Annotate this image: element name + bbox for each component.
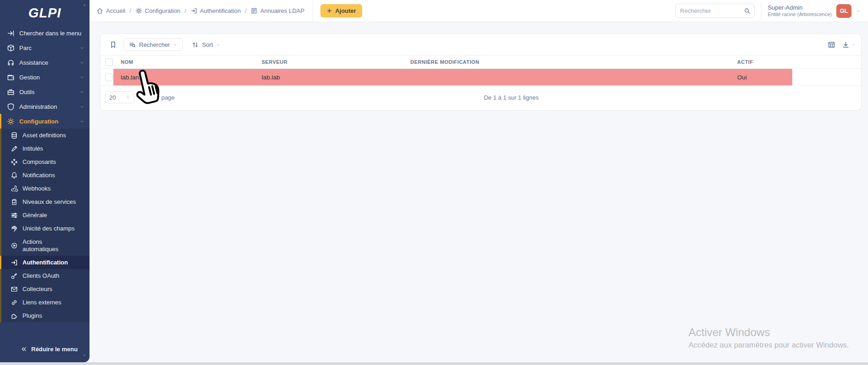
app-root: ▲ GLPI Chercher dans le menu Parc Assist…	[0, 0, 868, 362]
breadcrumb-item-annuaires-ldap[interactable]: Annuaires LDAP	[251, 7, 304, 14]
sidebar-item-niveaux-de-services[interactable]: Niveaux de services	[0, 195, 90, 208]
sub-item-label: Composants	[22, 158, 56, 166]
page-size-select[interactable]: 20	[105, 91, 134, 103]
search-icon[interactable]	[744, 7, 750, 14]
sub-item-label: Niveaux de services	[22, 198, 76, 206]
sidebar-item-notifications[interactable]: Notifications	[0, 168, 90, 182]
sidebar-item-webhooks[interactable]: Webhooks	[0, 182, 90, 195]
chevron-down-icon	[79, 75, 84, 80]
chevron-down-icon	[79, 90, 84, 95]
sidebar-item-generale[interactable]: Générale	[0, 208, 90, 222]
sidebar-item-unicite-des-champs[interactable]: Unicité des champs	[0, 222, 90, 235]
chevron-down-icon	[79, 104, 84, 109]
sub-item-label: Intitulés	[22, 145, 43, 152]
breadcrumb-item-accueil[interactable]: Accueil	[96, 7, 125, 14]
results-card: Rechercher Sort	[100, 34, 862, 111]
sidebar-item-label: Administration	[19, 103, 57, 110]
sidebar-item-label: Outils	[19, 89, 34, 95]
column-header-actif[interactable]: ACTIF	[737, 59, 861, 65]
user-menu[interactable]: Super-Admin Entité racine (Arborescence)…	[761, 3, 862, 19]
sidebar-item-configuration[interactable]: Configuration	[0, 114, 90, 129]
column-header-derniere-modification[interactable]: DERNIÈRE MODIFICATION	[410, 59, 737, 65]
table-header-row: NOM SERVEUR DERNIÈRE MODIFICATION ACTIF	[101, 55, 861, 69]
watermark-title: Activer Windows	[689, 326, 849, 339]
breadcrumb-label: Accueil	[106, 7, 125, 14]
sub-item-label: Webhooks	[22, 185, 50, 192]
sidebar-item-asset-definitions[interactable]: Asset definitions	[0, 129, 90, 142]
sidebar-item-administration[interactable]: Administration	[0, 99, 90, 114]
sidebar-item-plugins[interactable]: Plugins	[0, 309, 90, 322]
select-all-checkbox[interactable]	[105, 58, 113, 66]
add-button[interactable]: Ajouter	[320, 4, 362, 17]
sidebar-item-composants[interactable]: Composants	[0, 155, 90, 168]
arrows-sort-icon	[192, 41, 199, 48]
user-name: Super-Admin	[768, 4, 832, 11]
search-criteria-button[interactable]: Rechercher	[123, 38, 183, 51]
gear-icon	[7, 118, 15, 125]
breadcrumb-item-authentification[interactable]: Authentification	[190, 7, 241, 14]
topbar-divider	[313, 0, 313, 22]
sidebar-item-assistance[interactable]: Assistance	[0, 55, 90, 70]
search-criteria-label: Rechercher	[139, 41, 170, 48]
shield-icon	[7, 103, 15, 111]
breadcrumb-item-configuration[interactable]: Configuration	[135, 7, 180, 14]
sidebar-scroll-up-icon[interactable]: ▲	[83, 3, 86, 7]
sidebar-item-outils[interactable]: Outils	[0, 84, 90, 99]
sidebar-item-label: Parc	[19, 45, 32, 51]
windows-activation-watermark: Activer Windows Accédez aux paramètres p…	[689, 326, 849, 349]
sidebar-menu-search-label: Chercher dans le menu	[19, 30, 81, 37]
clipboard-icon	[11, 198, 18, 206]
sort-button[interactable]: Sort	[186, 38, 226, 51]
directory-icon	[251, 7, 258, 14]
column-header-nom[interactable]: NOM	[121, 59, 262, 65]
card-toolbar: Rechercher Sort	[101, 34, 861, 55]
bookmark-button[interactable]	[106, 38, 120, 51]
breadcrumb-separator: /	[245, 7, 246, 14]
bookmark-icon	[109, 41, 117, 49]
per-page-label: par page	[151, 94, 174, 101]
headset-icon	[7, 59, 15, 67]
sub-item-label: Actions automatiques	[22, 238, 70, 253]
chevron-down-icon	[79, 45, 84, 51]
main-area: Accueil / Configuration / Authentificati…	[90, 0, 868, 362]
row-checkbox-cell	[101, 73, 121, 81]
user-entity: Entité racine (Arborescence)	[768, 11, 832, 18]
column-header-serveur[interactable]: SERVEUR	[262, 59, 410, 65]
sidebar-scroll-down-icon[interactable]: ▼	[83, 354, 86, 358]
columns-settings-button[interactable]	[824, 38, 838, 51]
global-search-input[interactable]	[675, 4, 755, 18]
chevron-down-icon	[856, 9, 861, 13]
breadcrumb-label: Authentification	[200, 7, 241, 14]
sidebar-item-intitules[interactable]: Intitulés	[0, 142, 90, 155]
menu-search-icon	[7, 29, 15, 37]
card-footer: 20 par page De 1 à 1 sur 1 lignes	[101, 86, 861, 110]
sidebar-item-liens-externes[interactable]: Liens externes	[0, 296, 90, 309]
sidebar-item-gestion[interactable]: Gestion	[0, 70, 90, 84]
collapse-menu-button[interactable]: Réduire le menu	[0, 342, 90, 356]
add-button-label: Ajouter	[335, 7, 356, 14]
sidebar-item-authentification[interactable]: Authentification	[0, 256, 90, 269]
login-icon	[11, 259, 18, 266]
avatar[interactable]: GL	[836, 4, 851, 18]
list-search-icon	[129, 41, 136, 48]
sidebar-item-collecteurs[interactable]: Collecteurs	[0, 282, 90, 296]
bell-icon	[11, 172, 18, 179]
cell-nom[interactable]: lab.lan	[121, 74, 262, 81]
sidebar-item-parc[interactable]: Parc	[0, 40, 90, 55]
sidebar-item-label: Gestion	[19, 74, 40, 81]
wallet-icon	[7, 73, 15, 81]
components-icon	[11, 158, 18, 166]
pagination-summary: De 1 à 1 sur 1 lignes	[484, 94, 538, 101]
link-icon	[11, 299, 18, 306]
export-button[interactable]	[842, 38, 856, 51]
sidebar-menu-search[interactable]: Chercher dans le menu	[0, 26, 90, 40]
sidebar-item-clients-oauth[interactable]: Clients OAuth	[0, 269, 90, 282]
table-row[interactable]: lab.lan lab.lab Oui	[101, 69, 861, 86]
user-info: Super-Admin Entité racine (Arborescence)	[768, 4, 832, 18]
row-checkbox[interactable]	[105, 73, 113, 81]
sidebar-item-actions-automatiques[interactable]: Actions automatiques	[0, 235, 90, 256]
breadcrumb-separator: /	[185, 7, 186, 14]
key-icon	[11, 272, 18, 280]
sliders-icon	[11, 212, 18, 219]
download-icon	[842, 41, 850, 49]
